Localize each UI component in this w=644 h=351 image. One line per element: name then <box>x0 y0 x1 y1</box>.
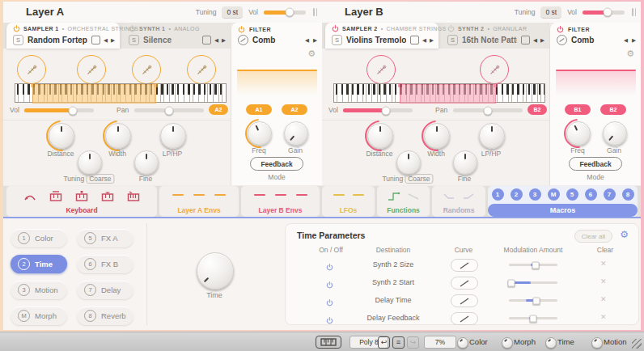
tab-layer-b-envs[interactable]: Layer B Envs <box>241 186 320 217</box>
power-icon[interactable] <box>13 25 20 32</box>
sound-source-icon[interactable] <box>77 55 106 84</box>
gear-icon[interactable]: ⚙ <box>307 49 316 59</box>
drag-handle-icon[interactable] <box>632 8 636 16</box>
macro-button-fx-b[interactable]: 6FX B <box>77 255 133 273</box>
curve-button[interactable] <box>451 277 478 290</box>
macro-button-morph[interactable]: MMorph <box>11 307 67 325</box>
preset-name[interactable]: Silence <box>143 36 198 44</box>
tuning-mode-select[interactable]: Coarse <box>405 174 433 184</box>
sound-source-icon[interactable] <box>187 55 216 84</box>
layer-a-pan-slider[interactable] <box>134 108 204 112</box>
next-preset-icon[interactable]: ▶ <box>222 37 226 44</box>
distance-knob[interactable] <box>49 123 74 149</box>
preset-menu-icon[interactable] <box>202 36 211 44</box>
time-macro-knob[interactable] <box>197 252 234 290</box>
sound-source-icon[interactable] <box>480 55 509 84</box>
filter-type[interactable]: Comb <box>571 36 620 44</box>
sound-source-icon[interactable] <box>366 55 396 84</box>
preset-menu-icon[interactable] <box>410 36 419 44</box>
fine-knob[interactable] <box>134 150 159 175</box>
motion-macro-mini-knob[interactable] <box>591 337 603 349</box>
volume-handle[interactable] <box>286 8 294 17</box>
prev-preset-icon[interactable]: ◀ <box>104 37 108 44</box>
next-preset-icon[interactable]: ▶ <box>430 37 434 44</box>
range-handle-left[interactable] <box>31 83 35 87</box>
filter-gain-knob[interactable] <box>603 121 627 146</box>
lphp-knob[interactable] <box>160 123 186 149</box>
macro-button-motion[interactable]: 3Motion <box>11 281 67 299</box>
macros-tab-label[interactable]: Macros <box>488 204 638 217</box>
next-filter-icon[interactable]: ▶ <box>632 37 636 44</box>
layer-b-volume-slider[interactable] <box>583 11 625 15</box>
layer-a-keyboard[interactable] <box>15 83 227 103</box>
macro-slot-5[interactable]: 5 <box>566 188 578 201</box>
slider-handle[interactable] <box>508 279 515 286</box>
clear-row-icon[interactable]: ✕ <box>600 313 607 321</box>
range-badge[interactable]: B2 <box>527 104 547 115</box>
filter-assign-a1[interactable]: A1 <box>246 104 272 115</box>
filter-type[interactable]: Comb <box>252 36 301 44</box>
prev-preset-icon[interactable]: ◀ <box>214 37 218 44</box>
tab-randoms[interactable]: Randoms <box>432 186 485 217</box>
macro-button-reverb[interactable]: 8Reverb <box>77 307 133 325</box>
drag-handle-icon[interactable] <box>313 8 317 16</box>
power-icon[interactable] <box>326 260 333 274</box>
lphp-knob[interactable] <box>479 123 505 149</box>
sound-source-icon[interactable] <box>132 55 161 84</box>
tuning-knob[interactable] <box>78 150 102 175</box>
preset-menu-icon[interactable] <box>521 36 530 44</box>
mod-amount-slider[interactable] <box>509 264 557 266</box>
slider-handle[interactable] <box>530 315 537 322</box>
preset-name[interactable]: 16th Note Pattern <box>462 36 517 44</box>
feedback-button[interactable]: Feedback <box>250 157 303 171</box>
prev-filter-icon[interactable]: ◀ <box>305 37 309 44</box>
prev-preset-icon[interactable]: ◀ <box>422 37 426 44</box>
range-badge[interactable]: A2 <box>209 104 228 115</box>
redo-button[interactable]: ↪ <box>407 336 419 349</box>
macro-button-delay[interactable]: 7Delay <box>77 281 133 299</box>
clear-row-icon[interactable]: ✕ <box>600 295 607 303</box>
keyboard-toggle-button[interactable] <box>316 336 341 349</box>
tuning-value[interactable]: 0 st <box>540 6 561 19</box>
key-range-selection[interactable] <box>32 84 156 104</box>
power-icon[interactable] <box>326 295 333 310</box>
volume-handle[interactable] <box>604 8 612 17</box>
tuning-value[interactable]: 0 st <box>222 6 243 19</box>
power-icon[interactable] <box>238 26 245 33</box>
tuning-mode-select[interactable]: Coarse <box>86 174 114 184</box>
filter-freq-knob[interactable] <box>566 121 591 146</box>
synth-2-card[interactable]: SYNTH 2 • GRANULAR S 16th Note Pattern ◀… <box>441 23 549 49</box>
layer-b-pan-slider[interactable] <box>453 108 523 112</box>
sampler-1-card[interactable]: SAMPLER 1 • ORCHESTRAL STRINGS S Random … <box>6 23 120 49</box>
macro-slot-m[interactable]: M <box>548 188 560 201</box>
undo-button[interactable]: ↩ <box>378 336 390 349</box>
resize-handle[interactable] <box>632 339 642 349</box>
tab-functions[interactable]: Functions <box>377 186 430 217</box>
clear-row-icon[interactable]: ✕ <box>600 260 607 268</box>
clear-row-icon[interactable]: ✕ <box>600 277 607 285</box>
width-knob[interactable] <box>105 123 131 149</box>
range-handle-left[interactable] <box>398 83 402 87</box>
mod-amount-slider[interactable] <box>509 317 557 319</box>
macro-slot-7[interactable]: 7 <box>604 188 616 201</box>
slider-handle[interactable] <box>533 297 540 304</box>
volume-handle[interactable] <box>382 106 391 115</box>
morph-macro-mini-knob[interactable] <box>502 337 513 349</box>
clear-all-button[interactable]: Clear all <box>574 230 612 243</box>
filter-assign-a2[interactable]: A2 <box>282 104 307 115</box>
filter-assign-b1[interactable]: B1 <box>565 104 591 115</box>
layer-a-mix-volume-slider[interactable] <box>24 108 94 112</box>
macro-slot-3[interactable]: 3 <box>529 188 541 201</box>
distance-knob[interactable] <box>367 123 393 149</box>
prev-filter-icon[interactable]: ◀ <box>624 37 628 44</box>
filter-gain-knob[interactable] <box>284 121 308 146</box>
fine-knob[interactable] <box>453 150 477 175</box>
volume-handle[interactable] <box>69 106 78 115</box>
macro-button-color[interactable]: 1Color <box>11 229 67 247</box>
curve-button[interactable] <box>451 294 478 307</box>
curve-button[interactable] <box>451 259 478 272</box>
mod-amount-slider[interactable] <box>509 299 557 302</box>
width-knob[interactable] <box>424 123 450 149</box>
power-icon[interactable] <box>326 313 333 328</box>
mod-amount-slider[interactable] <box>509 281 557 284</box>
